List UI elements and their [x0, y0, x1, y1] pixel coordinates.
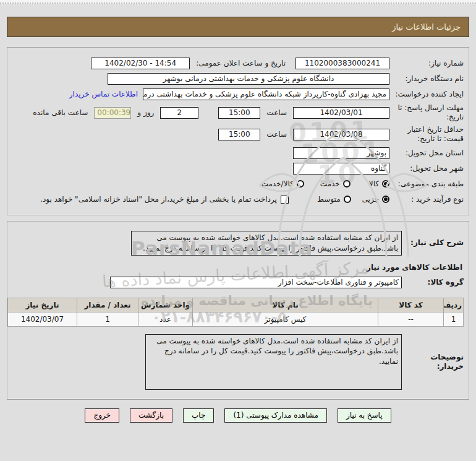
page-title: جزئیات اطلاعات نیاز: [392, 22, 461, 32]
cell-quantity: 1: [77, 312, 138, 326]
exit-button[interactable]: خروج: [85, 408, 119, 423]
col-header-quantity[interactable]: تعداد / مقدار: [77, 298, 138, 312]
cell-goods-name: کیس کامپیوتر: [193, 312, 378, 326]
cell-row-number: 1: [444, 312, 464, 326]
radio-partial-label: جزیی: [362, 195, 379, 204]
row-delivery-province: استان محل تحویل: بوشهر: [12, 147, 464, 159]
cell-need-date: 1402/03/07: [8, 312, 77, 326]
option-partial: جزیی: [362, 195, 389, 204]
price-validity-hour-label: ساعت: [266, 130, 287, 139]
countdown-timer: 00:00:39: [94, 107, 131, 119]
request-creator-label: ایجاد کننده درخواست:: [389, 90, 464, 99]
back-button[interactable]: بازگشت: [130, 408, 172, 423]
announce-datetime-label: تاریخ و ساعت اعلان عمومی:: [196, 59, 286, 67]
need-description-label: شرح کلی نیاز:: [402, 238, 464, 248]
countdown-label: ساعت باقی مانده: [33, 108, 88, 117]
option-goods-service: کالا/خدمت: [261, 179, 304, 188]
remaining-days-field[interactable]: 2: [160, 107, 198, 119]
treasury-payment-checkbox[interactable]: [281, 196, 289, 204]
price-validity-hour-field[interactable]: 15:00: [218, 129, 260, 140]
row-need-number: شماره نیاز: 1102000383000241 تاریخ و ساع…: [12, 57, 464, 69]
reply-deadline-hour-label: ساعت: [266, 108, 287, 117]
row-need-description: شرح کلی نیاز: از ایران کد مشابه استفاده …: [12, 231, 464, 256]
goods-group-field[interactable]: کامپیوتر و فناوری اطلاعات-سخت افزار: [110, 277, 402, 288]
delivery-province-field[interactable]: بوشهر: [293, 147, 389, 159]
purchase-process-label: نوع فرآیند خرید :: [389, 195, 464, 204]
col-header-need-date[interactable]: تاریخ نیاز: [8, 298, 77, 312]
buyer-notes-label: توضیحات خریدار:: [402, 353, 464, 371]
radio-service[interactable]: [343, 180, 351, 187]
need-number-label: شماره نیاز:: [389, 59, 464, 68]
subject-classification-label: طبقه بندی موضوعی:: [389, 179, 464, 189]
row-reply-deadline: مهلت ارسال پاسخ: تا تاریخ: 1402/03/01 سا…: [12, 103, 464, 122]
reply-deadline-hour-field[interactable]: 15:00: [218, 107, 260, 119]
row-purchase-process: نوع فرآیند خرید : جزیی متوسط پرداخت تمام…: [12, 193, 464, 205]
table-row[interactable]: 1 -- کیس کامپیوتر عدد 1 1402/03/07: [8, 312, 464, 326]
radio-goods-service-label: کالا/خدمت: [261, 179, 294, 188]
delivery-city-field[interactable]: گناوه: [293, 163, 389, 174]
option-service: خدمت: [320, 179, 351, 188]
delivery-city-label: شهر محل تحویل:: [389, 164, 464, 173]
radio-goods-service[interactable]: [297, 180, 304, 187]
row-subject-classification: طبقه بندی موضوعی: کالا خدمت کالا/خدمت: [12, 178, 464, 190]
radio-service-label: خدمت: [320, 179, 340, 188]
goods-group-label: گروه کالا:: [402, 278, 464, 287]
row-buyer-org: نام دستگاه خریدار: دانشگاه علوم پزشکی و …: [12, 72, 464, 85]
cell-unit: عدد: [138, 312, 193, 326]
option-treasury-payment: پرداخت تمام یا بخشی از مبلغ خرید،از محل …: [40, 195, 289, 204]
cell-goods-code: --: [378, 312, 444, 326]
need-info-panel: شماره نیاز: 1102000383000241 تاریخ و ساع…: [7, 47, 469, 215]
action-buttons: پاسخ به نیاز مشاهده مدارک پیوستی (1) چاپ…: [0, 408, 476, 423]
request-creator-field[interactable]: مجید بهزادی گناوه-کارپرداز شبکه دانشگاه …: [143, 88, 389, 100]
option-medium: متوسط: [317, 195, 351, 204]
row-delivery-city: شهر محل تحویل: گناوه: [12, 162, 464, 174]
goods-table-header-row: ردیف کد کالا نام کالا واحد شمارش تعداد /…: [8, 298, 464, 312]
col-header-goods-code[interactable]: کد کالا: [378, 298, 444, 312]
col-header-unit[interactable]: واحد شمارش: [138, 298, 193, 312]
radio-partial[interactable]: [382, 196, 389, 203]
row-price-validity: حداقل تاریخ اعتبار قیمت: تا تاریخ: 1402/…: [12, 125, 464, 144]
reply-to-need-button[interactable]: پاسخ به نیاز: [338, 408, 391, 423]
buyer-org-label: نام دستگاه خریدار:: [389, 74, 464, 84]
col-header-goods-name[interactable]: نام کالا: [193, 298, 378, 312]
radio-medium[interactable]: [344, 196, 351, 203]
goods-table: ردیف کد کالا نام کالا واحد شمارش تعداد /…: [7, 298, 464, 327]
view-attached-docs-button[interactable]: مشاهده مدارک پیوستی (1): [224, 408, 327, 423]
col-header-row-number[interactable]: ردیف: [444, 298, 464, 312]
option-goods: کالا: [369, 179, 389, 188]
window-title-bar: جزئیات اطلاعات نیاز: [7, 17, 469, 37]
print-button[interactable]: چاپ: [183, 408, 214, 423]
need-number-field[interactable]: 1102000383000241: [295, 58, 389, 69]
page-top-divider: [0, 0, 476, 4]
row-goods-group: گروه کالا: کامپیوتر و فناوری اطلاعات-سخت…: [12, 277, 464, 289]
goods-info-panel: شرح کلی نیاز: از ایران کد مشابه استفاده …: [7, 221, 469, 400]
need-description-box[interactable]: از ایران کد مشابه استفاده شده است.مدل کا…: [131, 231, 402, 256]
announce-datetime-field[interactable]: 1402/02/30 - 14:54: [91, 58, 190, 69]
remaining-days-label: روز و: [137, 108, 154, 117]
buyer-contact-link[interactable]: اطلاعات تماس خریدار: [69, 90, 138, 98]
radio-medium-label: متوسط: [317, 195, 341, 204]
price-validity-date-field[interactable]: 1402/03/08: [293, 129, 389, 140]
price-validity-label: حداقل تاریخ اعتبار قیمت: تا تاریخ:: [389, 125, 464, 144]
goods-section-title: اطلاعات کالاهای مورد نیاز: [12, 263, 462, 272]
treasury-payment-label: پرداخت تمام یا بخشی از مبلغ خرید،از محل …: [40, 195, 277, 204]
row-buyer-notes: توضیحات خریدار: از ایران کد مشابه استفاد…: [12, 334, 464, 390]
radio-goods[interactable]: [382, 180, 389, 187]
row-request-creator: ایجاد کننده درخواست: مجید بهزادی گناوه-ک…: [12, 88, 464, 100]
delivery-province-label: استان محل تحویل:: [389, 149, 464, 158]
radio-goods-label: کالا: [369, 179, 379, 188]
reply-deadline-date-field[interactable]: 1402/03/01: [293, 107, 389, 119]
reply-deadline-label: مهلت ارسال پاسخ: تا تاریخ:: [389, 103, 464, 122]
buyer-org-field[interactable]: دانشگاه علوم پزشکی و خدمات بهداشتی درمان…: [108, 73, 389, 85]
buyer-notes-box[interactable]: از ایران کد مشابه استفاده شده است.مدل کا…: [145, 334, 402, 390]
